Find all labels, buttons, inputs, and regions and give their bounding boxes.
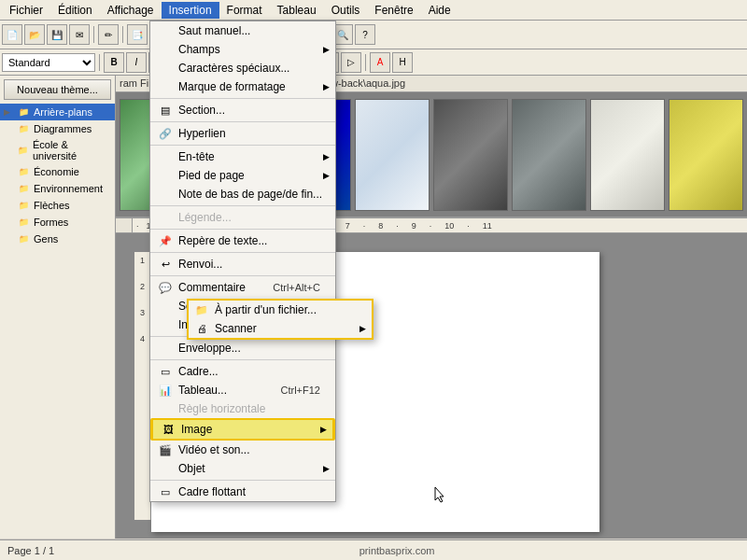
menu-aide[interactable]: Aide xyxy=(421,2,458,19)
menu-label: Cadre... xyxy=(178,365,218,378)
submenu-scanner[interactable]: 🖨 Scanner ▶ xyxy=(189,319,372,338)
tree-item-fleches[interactable]: 📁 Flèches xyxy=(0,197,115,214)
sep7 xyxy=(99,54,100,71)
gallery-thumb-5[interactable] xyxy=(433,99,508,211)
gallery-thumb-6[interactable] xyxy=(512,99,586,211)
new-theme-button[interactable]: Nouveau thème... xyxy=(4,79,111,100)
menu-tableau[interactable]: Tableau xyxy=(270,2,324,19)
tree-item-economie[interactable]: 📁 Économie xyxy=(0,163,115,180)
tree-item-ecole[interactable]: 📁 École & université xyxy=(0,137,115,163)
open-btn[interactable]: 📂 xyxy=(24,24,45,45)
menu-enveloppe[interactable]: Enveloppe... xyxy=(150,339,335,357)
menu-affichage[interactable]: Affichage xyxy=(100,2,162,19)
folder-icon: 📁 xyxy=(17,122,30,135)
menu-note-bas[interactable]: Note de bas de page/de fin... xyxy=(150,185,335,203)
email-btn[interactable]: ✉ xyxy=(69,24,90,45)
sep xyxy=(150,359,335,360)
gallery-thumb-4[interactable] xyxy=(355,99,430,211)
section-icon: ▤ xyxy=(158,103,173,118)
toolbar-row-2: Standard B I U ≡ ☰ ≡ ≣ 1. • ◁ ▷ A H xyxy=(0,49,747,76)
menu-renvoi[interactable]: ↩ Renvoi... xyxy=(150,255,335,273)
menu-entete[interactable]: En-tête ▶ xyxy=(150,147,335,166)
highlight-btn[interactable]: H xyxy=(392,52,413,73)
tree-item-environnement[interactable]: 📁 Environnement xyxy=(0,180,115,197)
tree-item-formes[interactable]: 📁 Formes xyxy=(0,214,115,231)
menu-label: Saut manuel... xyxy=(178,24,250,37)
sep xyxy=(150,205,335,206)
tableau-icon: 📊 xyxy=(158,383,173,398)
menu-label: Enveloppe... xyxy=(178,342,241,355)
menu-objet[interactable]: Objet ▶ xyxy=(150,459,335,478)
help-btn[interactable]: ? xyxy=(355,24,375,45)
tree-item-arriere-plans[interactable]: ▶ 📁 Arrière-plans xyxy=(0,104,115,120)
submenu-arrow: ▶ xyxy=(323,45,330,54)
main-area: Nouveau thème... ▶ 📁 Arrière-plans 📁 Dia… xyxy=(0,76,747,539)
menu-saut-manuel[interactable]: Saut manuel... xyxy=(150,21,335,40)
indent-more-btn[interactable]: ▷ xyxy=(341,52,361,73)
submenu-arrow: ▶ xyxy=(323,82,330,91)
folder-icon: 📁 xyxy=(17,182,30,195)
submenu-fichier[interactable]: 📁 À partir d'un fichier... xyxy=(189,301,372,319)
menu-fichier[interactable]: Fichier xyxy=(2,2,50,19)
gallery-thumb-8[interactable] xyxy=(669,99,743,211)
tree-item-diagrammes[interactable]: 📁 Diagrammes xyxy=(0,120,115,137)
menu-outils[interactable]: Outils xyxy=(324,2,368,19)
folder-icon: 📁 xyxy=(17,216,30,229)
menu-fenetre[interactable]: Fenêtre xyxy=(367,2,420,19)
folder-icon: 📁 xyxy=(17,105,30,119)
folder-icon: 📁 xyxy=(17,144,29,157)
ruler-num: 1 xyxy=(140,256,145,265)
menu-label: En-tête xyxy=(178,150,215,163)
sep xyxy=(150,252,335,253)
renvoi-icon: ↩ xyxy=(158,257,173,272)
tree-item-label: Diagrammes xyxy=(34,123,92,134)
style-dropdown[interactable]: Standard xyxy=(2,53,95,72)
menu-label: Champs xyxy=(178,43,220,56)
insertion-dropdown: Saut manuel... Champs ▶ Caractères spéci… xyxy=(149,21,336,502)
menu-label: Pied de page xyxy=(178,169,245,182)
menu-image[interactable]: 🖼 Image ▶ xyxy=(150,418,335,441)
menu-label: Section... xyxy=(178,104,225,117)
save-btn[interactable]: 💾 xyxy=(47,24,67,45)
menu-label: Image xyxy=(181,423,212,436)
submenu-label: Scanner xyxy=(215,322,257,335)
status-page-info: Page 1 / 1 xyxy=(7,545,54,556)
menu-video-son[interactable]: 🎬 Vidéo et son... xyxy=(150,441,335,459)
menu-format[interactable]: Format xyxy=(219,2,270,19)
video-icon: 🎬 xyxy=(158,442,173,457)
submenu-label: À partir d'un fichier... xyxy=(215,303,317,316)
menu-section[interactable]: ▤ Section... xyxy=(150,101,335,119)
hyperlien-icon: 🔗 xyxy=(158,126,173,141)
menu-caracteres-speciaux[interactable]: Caractères spéciaux... xyxy=(150,59,335,77)
font-color-btn[interactable]: A xyxy=(370,52,390,73)
edit-mode-btn[interactable]: ✏ xyxy=(98,24,119,45)
menu-pied-page[interactable]: Pied de page ▶ xyxy=(150,166,335,185)
pdf-btn[interactable]: 📑 xyxy=(127,24,148,45)
gallery-thumb-7[interactable] xyxy=(590,99,665,211)
menu-regle-horizontale[interactable]: Règle horizontale xyxy=(150,399,335,418)
menu-tableau[interactable]: 📊 Tableau... Ctrl+F12 xyxy=(150,381,335,399)
menu-commentaire[interactable]: 💬 Commentaire Ctrl+Alt+C xyxy=(150,278,335,297)
menu-cadre-flottant[interactable]: ▭ Cadre flottant xyxy=(150,483,335,501)
menu-insertion[interactable]: Insertion xyxy=(162,2,219,19)
menu-edition[interactable]: Édition xyxy=(50,2,100,19)
expand-icon: ▶ xyxy=(4,107,13,117)
ruler-num: 4 xyxy=(140,334,145,343)
menu-label: Règle horizontale xyxy=(178,402,265,415)
menu-marque-formatage[interactable]: Marque de formatage ▶ xyxy=(150,77,335,96)
status-website: printbasprix.com xyxy=(54,545,740,556)
menu-label: Repère de texte... xyxy=(178,234,267,247)
ruler-num: 3 xyxy=(140,308,145,317)
tree-list: ▶ 📁 Arrière-plans 📁 Diagrammes 📁 École &… xyxy=(0,104,115,539)
bold-btn[interactable]: B xyxy=(104,52,124,73)
menu-repere-texte[interactable]: 📌 Repère de texte... xyxy=(150,231,335,250)
new-btn[interactable]: 📄 xyxy=(2,24,22,45)
menu-champs[interactable]: Champs ▶ xyxy=(150,40,335,59)
tree-item-gens[interactable]: 📁 Gens xyxy=(0,231,115,247)
menu-hyperlien[interactable]: 🔗 Hyperlien xyxy=(150,124,335,143)
menu-cadre[interactable]: ▭ Cadre... xyxy=(150,362,335,381)
menu-label: Hyperlien xyxy=(178,127,226,140)
toolbar-area: 📄 📂 💾 ✉ ✏ 📑 🖨 ABC ↩ ↪ 🎨 🗺 Aa 🔍 ? xyxy=(0,21,747,49)
italic-btn[interactable]: I xyxy=(126,52,147,73)
submenu-arrow: ▶ xyxy=(359,324,366,333)
